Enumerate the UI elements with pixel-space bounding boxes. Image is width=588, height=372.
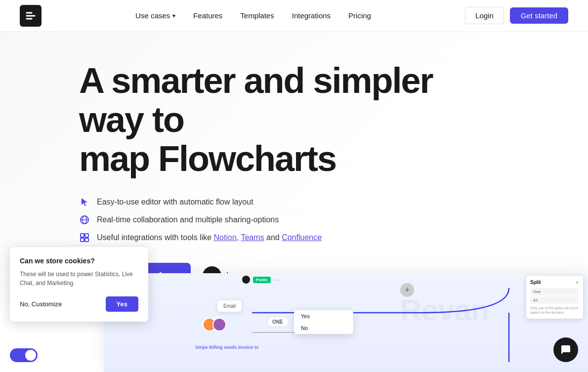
toolbar-dot [242, 276, 250, 284]
svg-marker-1 [82, 198, 87, 206]
split-panel-header: Split ✕ [530, 280, 579, 285]
svg-rect-6 [85, 234, 88, 237]
toggle-knob [25, 350, 36, 361]
split-note: Only one of the paths will occur based o… [530, 306, 579, 315]
hero-headline: A smarter and simpler way to map Flowcha… [79, 61, 484, 179]
svg-rect-5 [81, 234, 84, 237]
split-option-a1: A1 [530, 296, 579, 304]
nav-use-cases[interactable]: Use cases [135, 11, 175, 20]
cookie-title: Can we store cookies? [20, 257, 138, 265]
nav-features[interactable]: Features [193, 11, 222, 20]
cookie-description: These will be used to power Statistics, … [20, 270, 138, 288]
logo[interactable] [20, 5, 42, 27]
yes-no-dropdown: Yes No [294, 310, 353, 334]
feature-collaboration: Real-time collaboration and multiple sha… [79, 214, 568, 225]
hero-features: Easy-to-use editor with automatic flow l… [79, 197, 568, 243]
get-started-button[interactable]: Get started [510, 7, 568, 24]
avatar-group [203, 318, 226, 331]
nav-right: Login Get started [465, 7, 568, 24]
feature-integrations: Useful integrations with tools like Noti… [79, 232, 568, 243]
notion-link[interactable]: Notion [214, 233, 237, 242]
svg-rect-8 [85, 238, 88, 242]
toolbar-badge: Public [253, 277, 271, 283]
svg-rect-7 [81, 238, 84, 242]
split-panel-close-icon[interactable]: ✕ [575, 280, 579, 285]
toggle-widget[interactable] [10, 348, 38, 362]
avatar-purple [212, 318, 226, 331]
chat-icon[interactable] [553, 337, 578, 362]
teams-link[interactable]: Teams [241, 233, 264, 242]
flow-canvas: Public ··· Email ONE + Yes No Split ✕ On… [104, 273, 588, 372]
nav-links: Use cases Features Templates Integration… [135, 11, 371, 20]
yes-option[interactable]: Yes [294, 310, 353, 322]
split-option-one: One [530, 288, 579, 295]
one-badge: ONE [267, 317, 289, 327]
nav-templates[interactable]: Templates [240, 11, 274, 20]
stripe-text: Stripe Billing sends invoice to [195, 345, 259, 350]
nav-integrations[interactable]: Integrations [292, 11, 331, 20]
stripe-brand: Stripe Billing [195, 345, 223, 350]
preview-toolbar: Public ··· [242, 276, 281, 284]
cookie-banner: Can we store cookies? These will be used… [10, 247, 148, 322]
brand-watermark: Revan [400, 293, 489, 327]
chat-bubble-icon [560, 344, 572, 356]
cookie-no-button[interactable]: No, Customize [20, 300, 62, 308]
feature-editor: Easy-to-use editor with automatic flow l… [79, 197, 568, 207]
cookie-actions: No, Customize Yes [20, 296, 138, 312]
globe-icon [79, 214, 90, 225]
confluence-link[interactable]: Confluence [282, 233, 322, 242]
integrations-icon [79, 232, 90, 243]
dashboard-preview: Public ··· Email ONE + Yes No Split ✕ On… [104, 273, 588, 372]
toolbar-more: ··· [274, 276, 281, 284]
navigation: Use cases Features Templates Integration… [0, 0, 588, 32]
cookie-yes-button[interactable]: Yes [106, 296, 138, 312]
cursor-icon [79, 197, 90, 207]
split-panel: Split ✕ One A1 Only one of the paths wil… [526, 276, 583, 319]
no-option[interactable]: No [294, 322, 353, 334]
nav-pricing[interactable]: Pricing [348, 11, 371, 20]
email-node: Email [217, 300, 242, 312]
login-button[interactable]: Login [465, 7, 504, 24]
